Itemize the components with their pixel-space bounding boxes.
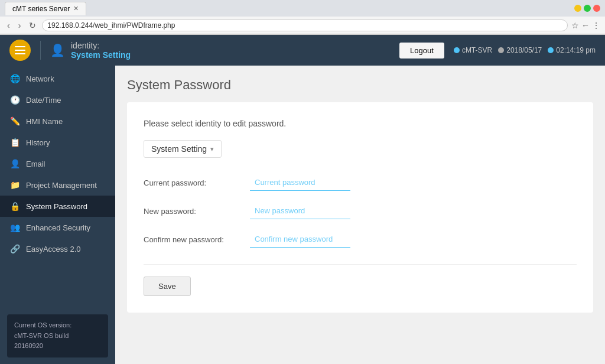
- header-time: 02:14:19 pm: [556, 46, 596, 54]
- datetime-icon: 🕐: [9, 95, 20, 105]
- new-password-row: New password:: [144, 203, 577, 219]
- reload-button[interactable]: ↻: [27, 20, 38, 31]
- server-dot: [454, 47, 460, 53]
- sidebar-label-datetime: Date/Time: [26, 96, 61, 105]
- date-item: 2018/05/17: [498, 46, 542, 54]
- header-info: cMT-SVR 2018/05/17 02:14:19 pm: [454, 46, 596, 54]
- password-icon: 🔒: [9, 202, 20, 211]
- identity-dropdown[interactable]: System Setting ▾: [144, 140, 222, 158]
- sidebar-item-email[interactable]: 👤 Email: [0, 153, 115, 174]
- app: 👤 identity: System Setting Logout cMT-SV…: [0, 35, 605, 364]
- email-icon: 👤: [9, 159, 20, 168]
- menu-line-1: [15, 46, 25, 47]
- browser-icons: ☆ ← ⋮: [571, 21, 600, 30]
- address-input[interactable]: [42, 20, 568, 31]
- header-divider: [40, 41, 41, 60]
- sidebar-label-network: Network: [26, 74, 54, 83]
- easyaccess-icon: 🔗: [9, 244, 20, 254]
- menu-line-2: [15, 50, 25, 51]
- content-card: Please select identity to edit password.…: [127, 102, 593, 313]
- back-button[interactable]: ‹: [5, 20, 12, 31]
- sidebar-footer: Current OS version: cMT-SVR OS build 201…: [0, 307, 115, 364]
- forward-button[interactable]: ›: [16, 20, 24, 31]
- confirm-password-label: Confirm new password:: [144, 235, 250, 244]
- menu-button[interactable]: [9, 40, 31, 61]
- sidebar-item-datetime[interactable]: 🕐 Date/Time: [0, 89, 115, 110]
- current-password-label: Current password:: [144, 178, 250, 187]
- sidebar-label-hmi-name: HMI Name: [26, 117, 63, 126]
- sidebar-item-easyaccess[interactable]: 🔗 EasyAccess 2.0: [0, 238, 115, 259]
- hmi-icon: ✏️: [9, 116, 20, 126]
- new-password-label: New password:: [144, 207, 250, 216]
- bookmark-icon[interactable]: ☆: [571, 21, 579, 30]
- version-box: Current OS version: cMT-SVR OS build 201…: [7, 314, 108, 358]
- card-subtitle: Please select identity to edit password.: [144, 119, 577, 128]
- sidebar-label-project-management: Project Management: [26, 181, 97, 190]
- sidebar: 🌐 Network 🕐 Date/Time ✏️ HMI Name 📋 Hist…: [0, 66, 115, 364]
- new-password-input[interactable]: [250, 203, 350, 219]
- project-icon: 📁: [9, 180, 20, 190]
- header-identity-label: identity:: [71, 41, 131, 50]
- clock-dot: [548, 47, 554, 53]
- browser-titlebar: cMT series Server ✕: [0, 0, 605, 17]
- confirm-password-row: Confirm new password:: [144, 231, 577, 248]
- version-value: cMT-SVR OS build: [14, 331, 101, 342]
- sidebar-label-easyaccess: EasyAccess 2.0: [26, 245, 81, 254]
- card-footer: Save: [144, 264, 577, 296]
- back-arrow-icon[interactable]: ←: [581, 21, 590, 30]
- window-controls: [574, 5, 600, 12]
- maximize-button[interactable]: [584, 5, 591, 12]
- server-name: cMT-SVR: [462, 46, 492, 54]
- version-number: 20160920: [14, 341, 101, 352]
- calendar-dot: [498, 47, 504, 53]
- current-password-row: Current password:: [144, 174, 577, 191]
- security-icon: 👥: [9, 223, 20, 232]
- sidebar-label-enhanced-security: Enhanced Security: [26, 223, 90, 232]
- logout-button[interactable]: Logout: [399, 43, 444, 58]
- browser-tab[interactable]: cMT series Server ✕: [5, 2, 86, 15]
- browser-chrome: cMT series Server ✕ ‹ › ↻ ☆ ← ⋮: [0, 0, 605, 35]
- menu-line-3: [15, 53, 25, 54]
- sidebar-nav: 🌐 Network 🕐 Date/Time ✏️ HMI Name 📋 Hist…: [0, 66, 115, 307]
- sidebar-item-enhanced-security[interactable]: 👥 Enhanced Security: [0, 217, 115, 238]
- sidebar-item-history[interactable]: 📋 History: [0, 132, 115, 153]
- header-subtitle: System Setting: [71, 50, 131, 60]
- confirm-password-input[interactable]: [250, 231, 350, 248]
- minimize-button[interactable]: [574, 5, 581, 12]
- sidebar-label-system-password: System Password: [26, 202, 87, 211]
- network-icon: 🌐: [9, 74, 20, 83]
- sidebar-label-history: History: [26, 138, 50, 147]
- version-label: Current OS version:: [14, 320, 101, 331]
- identity-dropdown-label: System Setting: [151, 144, 207, 154]
- sidebar-item-hmi-name[interactable]: ✏️ HMI Name: [0, 110, 115, 132]
- header-title: identity: System Setting: [71, 41, 131, 60]
- page-title: System Password: [127, 77, 593, 93]
- time-item: 02:14:19 pm: [548, 46, 596, 54]
- header-date: 2018/05/17: [506, 46, 542, 54]
- close-button[interactable]: [593, 5, 600, 12]
- main-content: System Password Please select identity t…: [115, 66, 605, 364]
- app-body: 🌐 Network 🕐 Date/Time ✏️ HMI Name 📋 Hist…: [0, 66, 605, 364]
- sidebar-item-network[interactable]: 🌐 Network: [0, 68, 115, 89]
- chevron-down-icon: ▾: [210, 145, 214, 153]
- history-icon: 📋: [9, 138, 20, 147]
- sidebar-item-system-password[interactable]: 🔒 System Password: [0, 196, 115, 217]
- user-icon: 👤: [50, 43, 65, 57]
- tab-title: cMT series Server: [12, 5, 70, 13]
- sidebar-item-project-management[interactable]: 📁 Project Management: [0, 174, 115, 196]
- tab-close-icon[interactable]: ✕: [73, 5, 79, 12]
- identity-select: System Setting ▾: [144, 140, 577, 158]
- save-button[interactable]: Save: [144, 277, 191, 296]
- sidebar-label-email: Email: [26, 160, 45, 168]
- server-name-item: cMT-SVR: [454, 46, 492, 54]
- current-password-input[interactable]: [250, 174, 350, 191]
- app-header: 👤 identity: System Setting Logout cMT-SV…: [0, 35, 605, 66]
- settings-icon[interactable]: ⋮: [592, 21, 600, 30]
- address-bar: ‹ › ↻ ☆ ← ⋮: [0, 17, 605, 34]
